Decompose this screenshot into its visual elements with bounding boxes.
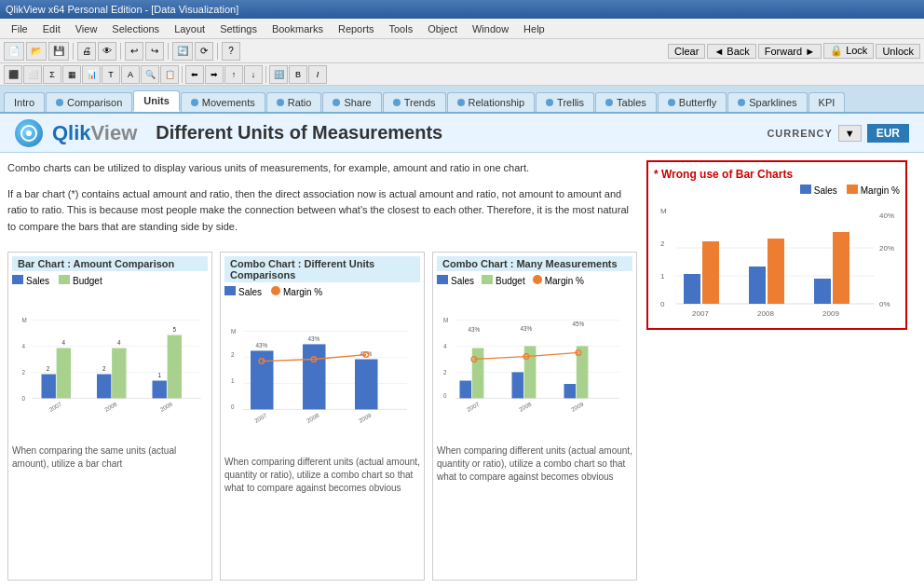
currency-label: CURRENCY bbox=[767, 128, 832, 139]
svg-rect-15 bbox=[112, 349, 126, 399]
menu-reports[interactable]: Reports bbox=[331, 21, 382, 36]
wc-legend-sales: Sales bbox=[800, 185, 837, 196]
menu-view[interactable]: View bbox=[68, 21, 105, 36]
svg-text:2009: 2009 bbox=[570, 401, 585, 413]
clear-button[interactable]: Clear bbox=[668, 44, 705, 59]
help-btn[interactable]: ? bbox=[222, 42, 240, 61]
menu-bar: File Edit View Selections Layout Setting… bbox=[0, 19, 924, 39]
tab-relationship[interactable]: Relationship bbox=[447, 92, 536, 112]
tb2-btn1[interactable]: ⬛ bbox=[4, 65, 22, 84]
combo-chart2-container: Combo Chart : Many Measurements Sales Bu… bbox=[432, 252, 637, 581]
ratio-dot bbox=[277, 99, 284, 106]
tab-comparison[interactable]: Comparison bbox=[46, 92, 132, 112]
menu-settings[interactable]: Settings bbox=[212, 21, 265, 36]
combo-chart1-legend: Sales Margin % bbox=[224, 286, 420, 297]
svg-text:2009: 2009 bbox=[358, 412, 373, 424]
svg-rect-60 bbox=[577, 347, 589, 399]
new-btn[interactable]: 📄 bbox=[4, 42, 24, 61]
tb2-btn12[interactable]: ↑ bbox=[224, 65, 243, 84]
menu-file[interactable]: File bbox=[4, 21, 35, 36]
wrong-chart-legend: Sales Margin % bbox=[654, 185, 900, 196]
forward-button[interactable]: Forward ► bbox=[758, 44, 822, 59]
combo-chart2-footer: When comparing different units (actual a… bbox=[437, 444, 632, 484]
bar-chart-svg: M 4 2 0 2 4 bbox=[12, 290, 208, 439]
tb2-btn5[interactable]: 📊 bbox=[82, 65, 101, 84]
svg-text:0%: 0% bbox=[879, 300, 890, 308]
logo-text: QlikView bbox=[52, 121, 137, 145]
svg-rect-35 bbox=[355, 360, 378, 410]
comparison-dot bbox=[56, 99, 63, 106]
combo-chart2-title: Combo Chart : Many Measurements bbox=[437, 256, 632, 271]
reload-btn[interactable]: 🔄 bbox=[172, 42, 193, 61]
tab-ratio[interactable]: Ratio bbox=[266, 92, 322, 112]
unlock-button[interactable]: Unlock bbox=[876, 44, 920, 59]
tb2-btn9[interactable]: 📋 bbox=[160, 65, 179, 84]
tab-intro[interactable]: Intro bbox=[4, 92, 45, 112]
description-para2: If a bar chart (*) contains actual amoun… bbox=[7, 186, 637, 236]
legend1-margin: Margin % bbox=[271, 286, 322, 297]
partial-btn[interactable]: ⟳ bbox=[195, 42, 213, 61]
sparklines-dot bbox=[738, 99, 745, 106]
open-btn[interactable]: 📂 bbox=[26, 42, 47, 61]
svg-text:4: 4 bbox=[22, 343, 26, 349]
lock-button[interactable]: 🔒 Lock bbox=[823, 43, 874, 59]
tab-kpi[interactable]: KPI bbox=[808, 92, 846, 112]
tab-movements[interactable]: Movements bbox=[181, 92, 265, 112]
tab-units[interactable]: Units bbox=[133, 90, 180, 112]
tab-butterfly[interactable]: Butterfly bbox=[658, 92, 727, 112]
tb2-btn16[interactable]: I bbox=[308, 65, 327, 84]
main-content: QlikView Different Units of Measurements… bbox=[0, 114, 924, 588]
charts-row: Bar Chart : Amount Comparison Sales Budg… bbox=[7, 252, 637, 581]
bar-chart-container: Bar Chart : Amount Comparison Sales Budg… bbox=[7, 252, 212, 581]
bar-chart-footer: When comparing the same units (actual am… bbox=[12, 444, 208, 471]
menu-edit[interactable]: Edit bbox=[35, 21, 68, 36]
tb2-btn11[interactable]: ➡ bbox=[205, 65, 224, 84]
tb2-btn8[interactable]: 🔍 bbox=[141, 65, 159, 84]
svg-text:45%: 45% bbox=[360, 350, 373, 357]
tab-trends-label: Trends bbox=[404, 97, 436, 108]
tab-trellis-label: Trellis bbox=[557, 97, 584, 108]
logo-area: QlikView Different Units of Measurements bbox=[15, 119, 442, 147]
back-button[interactable]: ◄ Back bbox=[707, 44, 755, 59]
tab-sparklines[interactable]: Sparklines bbox=[727, 92, 807, 112]
tb2-btn2[interactable]: ⬜ bbox=[23, 65, 42, 84]
svg-text:M: M bbox=[443, 317, 448, 323]
menu-layout[interactable]: Layout bbox=[167, 21, 212, 36]
tab-tables[interactable]: Tables bbox=[595, 92, 657, 112]
movements-dot bbox=[191, 99, 198, 106]
tb2-btn14[interactable]: 🔠 bbox=[269, 65, 288, 84]
currency-dropdown[interactable]: ▼ bbox=[838, 125, 862, 142]
tab-trellis[interactable]: Trellis bbox=[536, 92, 594, 112]
undo-btn[interactable]: ↩ bbox=[125, 42, 143, 61]
menu-tools[interactable]: Tools bbox=[381, 21, 420, 36]
tab-share[interactable]: Share bbox=[322, 92, 381, 112]
svg-rect-55 bbox=[460, 381, 472, 399]
menu-object[interactable]: Object bbox=[420, 21, 465, 36]
menu-window[interactable]: Window bbox=[465, 21, 516, 36]
svg-text:43%: 43% bbox=[308, 335, 320, 342]
description-para1: Combo charts can be utilized to display … bbox=[7, 160, 637, 177]
svg-text:M: M bbox=[231, 328, 236, 335]
svg-text:20%: 20% bbox=[879, 244, 894, 253]
tb2-btn10[interactable]: ⬅ bbox=[185, 65, 204, 84]
tb2-btn13[interactable]: ↓ bbox=[244, 65, 263, 84]
svg-text:M: M bbox=[22, 317, 27, 323]
tb2-btn4[interactable]: ▦ bbox=[62, 65, 81, 84]
menu-bookmarks[interactable]: Bookmarks bbox=[265, 21, 331, 36]
tab-trends[interactable]: Trends bbox=[383, 92, 446, 112]
svg-text:2008: 2008 bbox=[103, 401, 118, 413]
print-btn[interactable]: 🖨 bbox=[77, 42, 96, 61]
preview-btn[interactable]: 👁 bbox=[98, 42, 116, 61]
redo-btn[interactable]: ↪ bbox=[145, 42, 164, 61]
tab-relationship-label: Relationship bbox=[469, 97, 525, 108]
svg-rect-56 bbox=[472, 349, 484, 399]
save-btn[interactable]: 💾 bbox=[48, 42, 69, 61]
bar-chart-legend: Sales Budget bbox=[12, 275, 208, 286]
tb2-btn7[interactable]: A bbox=[121, 65, 140, 84]
menu-selections[interactable]: Selections bbox=[104, 21, 167, 36]
svg-text:43%: 43% bbox=[469, 326, 481, 333]
tb2-btn6[interactable]: T bbox=[102, 65, 120, 84]
tb2-btn3[interactable]: Σ bbox=[43, 65, 61, 84]
menu-help[interactable]: Help bbox=[516, 21, 552, 36]
tb2-btn15[interactable]: B bbox=[289, 65, 307, 84]
